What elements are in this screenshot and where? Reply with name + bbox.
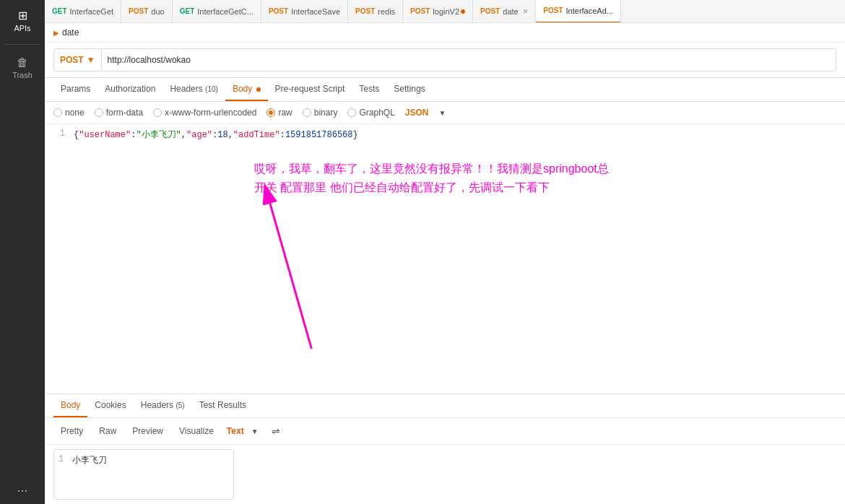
binary-label: binary — [314, 108, 338, 118]
resp-preview-button[interactable]: Preview — [125, 423, 170, 439]
code-key-age: "age" — [186, 130, 212, 140]
url-input[interactable] — [102, 48, 836, 71]
code-content[interactable]: {"userName":"小李飞刀","age":18,"addTime":15… — [74, 129, 358, 141]
response-view-bar: Pretty Raw Preview Visualize Text ▼ ⇌ — [45, 418, 845, 445]
tab-label: duo — [151, 7, 164, 16]
tab-bar: GET InterfaceGet POST duo GET InterfaceG… — [45, 0, 845, 23]
none-radio — [53, 108, 62, 117]
resp-raw-button[interactable]: Raw — [92, 423, 124, 439]
sidebar-item-trash-label: Trash — [12, 71, 32, 79]
req-tab-headers-label: Headers — [170, 84, 202, 94]
tab-label: InterfaceGetC... — [197, 7, 254, 16]
annotation-area: 哎呀，我草，翻车了，这里竟然没有报异常！！我猜测是springboot总 开关 … — [45, 145, 845, 394]
code-key-addtime: "addTime" — [233, 130, 280, 140]
tab-method-post: POST — [355, 7, 375, 15]
req-tab-authorization-label: Authorization — [105, 84, 155, 94]
body-option-raw[interactable]: raw — [266, 108, 292, 118]
response-tabs-bar: Body Cookies Headers (5) Test Results — [45, 394, 845, 418]
apis-icon: ⊞ — [3, 9, 42, 22]
body-option-urlencoded[interactable]: x-www-form-urlencoded — [153, 108, 256, 118]
date-section: ▶ date — [45, 23, 845, 43]
req-tab-tests[interactable]: Tests — [352, 78, 386, 101]
req-tab-prerequest[interactable]: Pre-request Script — [268, 78, 352, 101]
req-tab-settings-label: Settings — [394, 84, 425, 94]
req-tab-settings[interactable]: Settings — [386, 78, 432, 101]
req-tab-prerequest-label: Pre-request Script — [275, 84, 345, 94]
resp-tab-test-results-label: Test Results — [199, 400, 246, 410]
method-select[interactable]: POST ▼ — [53, 48, 102, 71]
resp-tab-body-label: Body — [61, 400, 80, 410]
resp-line-num: 1 — [58, 454, 64, 466]
req-tab-params-label: Params — [61, 84, 90, 94]
raw-label: raw — [278, 108, 292, 118]
resp-tab-body[interactable]: Body — [53, 394, 87, 417]
req-tab-authorization[interactable]: Authorization — [98, 78, 162, 101]
date-label: date — [62, 27, 79, 38]
body-option-graphql[interactable]: GraphQL — [347, 108, 394, 118]
tab-label: InterfaceGet — [70, 7, 114, 16]
resp-tab-cookies[interactable]: Cookies — [87, 394, 133, 417]
json-badge: JSON — [405, 108, 429, 118]
tab-redis[interactable]: POST redis — [348, 0, 403, 23]
unsaved-indicator — [461, 9, 465, 14]
code-val-age: 18 — [217, 130, 228, 140]
method-value: POST — [60, 55, 84, 65]
formdata-radio — [95, 108, 103, 117]
line-number: 1 — [53, 129, 65, 141]
req-tab-body[interactable]: Body — [225, 78, 268, 101]
tab-method-post: POST — [129, 7, 148, 15]
tab-interfacegetc[interactable]: GET InterfaceGetC... — [173, 0, 261, 23]
tab-loginv2[interactable]: POST loginV2 — [403, 0, 473, 23]
body-option-none[interactable]: none — [53, 108, 84, 118]
resp-text-label[interactable]: Text — [222, 423, 248, 439]
request-tabs: Params Authorization Headers (10) Body P… — [45, 78, 845, 102]
main-content: GET InterfaceGet POST duo GET InterfaceG… — [45, 0, 845, 504]
req-tab-tests-label: Tests — [359, 84, 379, 94]
body-option-binary[interactable]: binary — [303, 108, 338, 118]
sidebar-item-apis[interactable]: ⊞ APIs — [0, 0, 45, 41]
body-option-formdata[interactable]: form-data — [95, 108, 143, 118]
tab-interfaceget[interactable]: GET InterfaceGet — [45, 0, 121, 23]
req-tab-params[interactable]: Params — [53, 78, 98, 101]
tab-method-post: POST — [480, 7, 500, 15]
code-area: 1 {"userName":"小李飞刀","age":18,"addTime":… — [45, 124, 845, 145]
resp-tab-cookies-label: Cookies — [95, 400, 126, 410]
trash-icon: 🗑 — [3, 56, 42, 69]
sidebar: ⊞ APIs 🗑 Trash ··· — [0, 0, 45, 504]
headers-badge: (10) — [205, 85, 218, 93]
tab-duo[interactable]: POST duo — [121, 0, 173, 23]
response-code-area: 1 小李飞刀 — [53, 449, 234, 500]
tab-label: redis — [378, 7, 395, 16]
req-tab-headers[interactable]: Headers (10) — [162, 78, 225, 101]
tab-interfacesave[interactable]: POST InterfaceSave — [261, 0, 348, 23]
tab-label: date — [503, 7, 518, 16]
code-line-1: 1 {"userName":"小李飞刀","age":18,"addTime":… — [53, 129, 836, 141]
resp-text-dropdown-arrow[interactable]: ▼ — [250, 425, 260, 438]
resp-visualize-button[interactable]: Visualize — [172, 423, 221, 439]
sidebar-more-button[interactable]: ··· — [0, 477, 45, 504]
code-val-addtime: 1591851786568 — [285, 130, 353, 140]
tab-close-icon[interactable]: × — [523, 6, 529, 17]
svg-line-1 — [268, 197, 311, 349]
sidebar-divider — [4, 44, 40, 45]
req-tab-body-label: Body — [233, 84, 252, 94]
tab-method-get: GET — [180, 7, 195, 15]
binary-radio — [303, 108, 311, 117]
tab-date[interactable]: POST date × — [473, 0, 536, 23]
tab-interfacead[interactable]: POST InterfaceAd... — [536, 0, 621, 23]
graphql-label: GraphQL — [359, 108, 394, 118]
sidebar-item-trash[interactable]: 🗑 Trash — [0, 48, 45, 88]
resp-pretty-button[interactable]: Pretty — [53, 423, 90, 439]
raw-radio — [266, 108, 275, 117]
resp-value: 小李飞刀 — [72, 454, 107, 466]
date-expand-arrow[interactable]: ▶ — [53, 29, 59, 37]
code-val-username: "小李飞刀" — [136, 130, 181, 140]
resp-headers-badge: (5) — [176, 401, 184, 409]
dots-icon: ··· — [17, 483, 27, 498]
resp-tab-headers[interactable]: Headers (5) — [134, 394, 192, 417]
resp-line-1: 1 小李飞刀 — [58, 454, 229, 466]
json-dropdown-arrow[interactable]: ▼ — [439, 109, 446, 117]
formdata-label: form-data — [106, 108, 143, 118]
resp-wrap-icon[interactable]: ⇌ — [267, 422, 285, 440]
resp-tab-test-results[interactable]: Test Results — [192, 394, 254, 417]
